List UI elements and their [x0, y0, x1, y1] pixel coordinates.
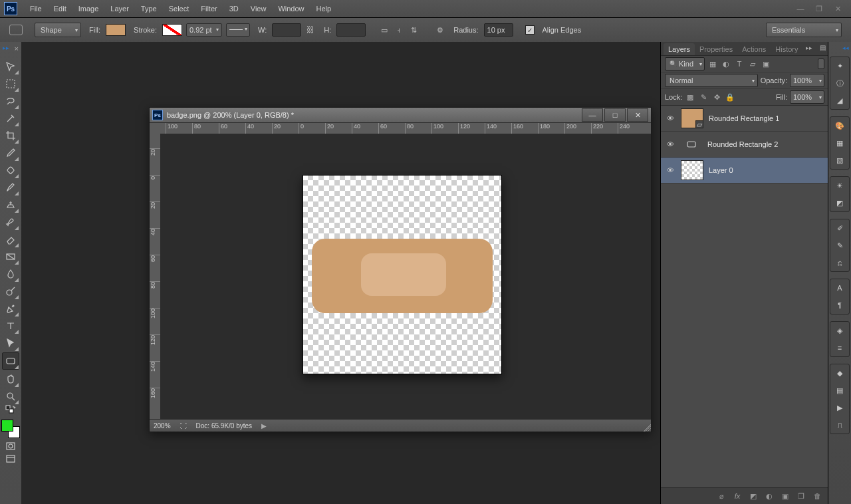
eyedropper-tool-icon[interactable] — [3, 145, 19, 161]
blend-mode-select[interactable]: Normal — [665, 74, 758, 87]
layer-shape-icon[interactable] — [681, 139, 702, 150]
magic-wand-tool-icon[interactable] — [3, 110, 19, 126]
canvas[interactable] — [303, 175, 502, 374]
pen-tool-icon[interactable] — [3, 301, 19, 316]
path-operations-icon[interactable]: ▭ — [379, 25, 390, 35]
height-input[interactable] — [336, 23, 366, 37]
styles-panel-icon[interactable]: ▧ — [833, 154, 846, 167]
ruler-origin[interactable] — [150, 123, 161, 134]
navigator-panel-icon[interactable]: ✦ — [833, 59, 846, 72]
align-edges-checkbox[interactable]: ✓ — [525, 25, 535, 35]
group-layers-icon[interactable]: ▣ — [781, 492, 790, 501]
stroke-weight-input[interactable]: 0.92 pt — [186, 23, 222, 37]
menu-layer[interactable]: Layer — [104, 0, 135, 17]
healing-brush-tool-icon[interactable] — [3, 162, 19, 178]
ruler-vertical[interactable]: 20020406080100120140160 — [150, 134, 161, 420]
menu-file[interactable]: File — [24, 0, 48, 17]
delete-layer-icon[interactable]: 🗑 — [812, 492, 822, 500]
color-panel-icon[interactable]: 🎨 — [833, 119, 846, 132]
layer-row[interactable]: 👁 Layer 0 — [661, 158, 828, 184]
rounded-rectangle-tool-icon[interactable] — [2, 352, 19, 370]
document-maximize-button[interactable]: □ — [604, 108, 626, 122]
default-colors-icon[interactable] — [3, 406, 19, 415]
brush-tool-icon[interactable] — [3, 180, 19, 195]
tab-actions[interactable]: Actions — [737, 43, 771, 55]
histogram-panel-icon[interactable]: ◢ — [833, 94, 846, 107]
workspace-switcher[interactable]: Essentials — [766, 23, 842, 37]
geometry-options-icon[interactable]: ⚙ — [435, 25, 445, 35]
panel-collapse-icon[interactable]: ▸▸ — [806, 45, 812, 51]
layer-fill-input[interactable]: 100% — [790, 90, 824, 104]
zoom-level[interactable]: 200% — [154, 422, 171, 430]
timeline-panel-icon[interactable]: ▶ — [833, 401, 846, 414]
filter-adjustment-icon[interactable]: ◐ — [721, 59, 731, 69]
layer-row[interactable]: 👁 Rounded Rectangle 2 — [661, 132, 828, 158]
menu-filter[interactable]: Filter — [195, 0, 223, 17]
layer-thumbnail[interactable]: ▱ — [681, 108, 703, 128]
tab-history[interactable]: History — [771, 43, 802, 55]
zoom-tool-icon[interactable] — [3, 388, 19, 404]
blur-tool-icon[interactable] — [3, 266, 19, 282]
document-info[interactable]: Doc: 65.9K/0 bytes — [196, 422, 253, 430]
stroke-style-select[interactable] — [226, 23, 250, 37]
layer-name[interactable]: Layer 0 — [709, 166, 733, 174]
dodge-tool-icon[interactable] — [3, 283, 19, 299]
filter-type-icon[interactable]: T — [734, 59, 745, 69]
paths-panel-icon[interactable]: ⎍ — [833, 418, 846, 432]
panel-menu-icon[interactable]: ▤ — [820, 44, 826, 51]
layers-panel-icon[interactable]: ◆ — [833, 366, 846, 380]
maximize-icon[interactable]: ❐ — [814, 5, 824, 13]
menu-help[interactable]: Help — [310, 0, 338, 17]
path-selection-tool-icon[interactable] — [3, 335, 19, 351]
3d-panel-icon[interactable]: ◈ — [833, 324, 846, 337]
foreground-color-swatch[interactable] — [1, 420, 13, 432]
adjustment-layer-icon[interactable]: ◐ — [765, 492, 774, 501]
minimize-icon[interactable]: — — [795, 5, 806, 13]
move-tool-icon[interactable] — [3, 59, 19, 74]
resize-grip-icon[interactable] — [642, 422, 651, 432]
menu-window[interactable]: Window — [272, 0, 310, 17]
document-close-button[interactable]: ✕ — [627, 108, 648, 122]
layer-style-icon[interactable]: fx — [733, 492, 742, 500]
stroke-swatch[interactable] — [162, 24, 182, 36]
layer-thumbnail[interactable] — [681, 160, 703, 180]
menu-image[interactable]: Image — [72, 0, 105, 17]
crop-tool-icon[interactable] — [3, 128, 19, 144]
info-panel-icon[interactable]: ⓘ — [833, 76, 846, 90]
brushes-panel-icon[interactable]: ✐ — [833, 221, 846, 235]
filter-pixel-icon[interactable]: ▦ — [707, 59, 718, 69]
shape-rounded-rectangle-2[interactable] — [361, 253, 446, 296]
channels-panel-icon[interactable]: ▤ — [833, 384, 846, 397]
measurement-panel-icon[interactable]: ≡ — [833, 341, 846, 354]
history-brush-tool-icon[interactable] — [3, 214, 19, 230]
lock-transparency-icon[interactable]: ▩ — [685, 92, 695, 102]
lasso-tool-icon[interactable] — [3, 93, 19, 109]
gradient-tool-icon[interactable] — [3, 249, 19, 265]
brush-presets-panel-icon[interactable]: ✎ — [833, 239, 846, 252]
tab-layers[interactable]: Layers — [664, 43, 695, 55]
close-icon[interactable]: ✕ — [832, 5, 843, 13]
type-tool-icon[interactable] — [3, 318, 19, 334]
menu-3d[interactable]: 3D — [223, 0, 245, 17]
document-titlebar[interactable]: Ps badge.png @ 200% (Layer 0, RGB/8) * —… — [150, 108, 651, 123]
filter-smart-icon[interactable]: ▣ — [761, 59, 771, 69]
link-wh-icon[interactable]: ⛓ — [305, 25, 316, 35]
tool-preset-icon[interactable] — [9, 25, 23, 35]
quick-mask-icon[interactable] — [4, 441, 17, 451]
canvas-viewport[interactable] — [160, 134, 651, 420]
lock-position-icon[interactable]: ✥ — [711, 92, 722, 102]
path-arrangement-icon[interactable]: ⇅ — [408, 25, 419, 35]
width-input[interactable] — [272, 23, 301, 37]
radius-input[interactable]: 10 px — [484, 23, 513, 37]
new-layer-icon[interactable]: ❐ — [796, 492, 806, 501]
clone-source-panel-icon[interactable]: ⎌ — [833, 256, 846, 269]
layer-row[interactable]: 👁 ▱ Rounded Rectangle 1 — [661, 106, 828, 132]
clone-stamp-tool-icon[interactable] — [3, 197, 19, 213]
visibility-toggle-icon[interactable]: 👁 — [665, 166, 675, 174]
menu-type[interactable]: Type — [135, 0, 163, 17]
filter-shape-icon[interactable]: ▱ — [747, 59, 758, 69]
filter-toggle[interactable] — [818, 59, 824, 69]
layer-filter-kind-select[interactable]: Kind — [665, 57, 705, 70]
link-layers-icon[interactable]: ⌀ — [717, 492, 726, 501]
tab-properties[interactable]: Properties — [695, 43, 737, 55]
